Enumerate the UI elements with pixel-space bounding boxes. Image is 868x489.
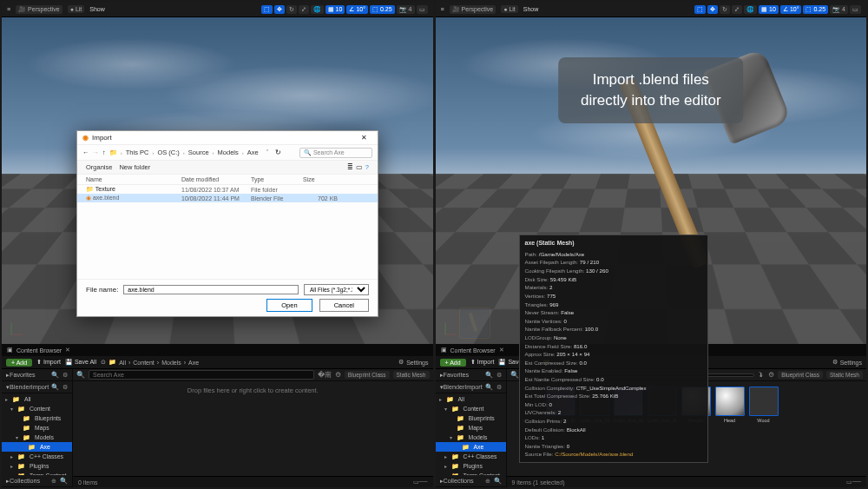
project-header[interactable]: ▾ BlenderImport🔍⚙ — [2, 381, 72, 393]
filter-icon[interactable]: ⚙ — [62, 383, 68, 391]
filter-icon[interactable]: ⚙ — [62, 371, 68, 379]
add-button[interactable]: + Add — [6, 359, 32, 367]
favorites-header[interactable]: ▸ Favorites🔍⚙ — [436, 369, 506, 381]
settings-icon[interactable]: ⚙ — [768, 371, 774, 379]
search-icon[interactable]: 🔍 — [51, 383, 59, 391]
tree-item-plugins[interactable]: ▸📁Plugins — [2, 461, 72, 471]
collections-header[interactable]: ▸ Collections⊕🔍 — [436, 475, 506, 487]
search-icon[interactable]: 🔍 — [485, 371, 493, 379]
project-header[interactable]: ▾ BlenderImport🔍⚙ — [436, 381, 506, 393]
hamburger-icon[interactable]: ≡ — [441, 6, 444, 12]
file-type-filter[interactable]: All Files (*.3g2;*.3gp;*.3gp2;*.3gpp;*.b — [304, 284, 369, 295]
rotate-button[interactable]: ↻ — [720, 5, 730, 14]
save-all-button[interactable]: 💾 Save All — [65, 359, 96, 366]
snap-grid-button[interactable]: ▦ 10 — [326, 5, 345, 14]
tree-item-content[interactable]: ▾📁Content — [436, 404, 506, 413]
filter-chip[interactable]: Blueprint Class — [778, 371, 823, 379]
close-icon[interactable]: ✕ — [356, 134, 372, 142]
maximize-icon[interactable]: ▭ — [417, 5, 428, 14]
select-mode-button[interactable]: ⬚ — [694, 5, 706, 14]
tree-item-all[interactable]: ▸📁All — [436, 394, 506, 404]
filter-icon[interactable]: ⚙ — [496, 371, 502, 379]
tree-item-maps[interactable]: 📁Maps — [2, 423, 72, 433]
viewport-3d[interactable]: ◉ Import ✕ ← → ↑ 📁 ›This PC ›OS (C:) ›So… — [2, 17, 433, 344]
file-row[interactable]: 📁 Texture11/08/2022 10:37 AMFile folder — [77, 185, 378, 194]
forward-icon[interactable]: → — [93, 149, 100, 156]
breadcrumb[interactable]: Models — [218, 149, 239, 156]
file-name-input[interactable] — [123, 285, 299, 294]
filter-chip[interactable]: Static Mesh — [393, 371, 430, 379]
history-icon[interactable]: ⊙ — [101, 359, 106, 366]
scale-button[interactable]: ⤢ — [299, 5, 309, 14]
add-button[interactable]: + Add — [440, 359, 466, 367]
back-icon[interactable]: ← — [82, 149, 89, 156]
lit-dropdown[interactable]: ● Lit — [501, 5, 518, 13]
file-row[interactable]: ◉ axe.blend10/08/2022 11:44 PMBlender Fi… — [77, 194, 378, 202]
view-mode-icon[interactable]: ≣ — [347, 163, 353, 171]
filter-icon[interactable]: ⮯ — [758, 371, 765, 379]
import-button[interactable]: ⬆ Import — [470, 359, 495, 366]
tree-item-axe[interactable]: 📁Axe — [2, 442, 72, 452]
maximize-icon[interactable]: ▭ — [850, 5, 861, 14]
dialog-search-input[interactable]: 🔍 Search Axe — [299, 148, 372, 158]
details-pane-icon[interactable]: ▭ — [356, 163, 363, 171]
filter-chip[interactable]: Blueprint Class — [345, 371, 390, 379]
up-icon[interactable]: ↑ — [102, 149, 106, 156]
close-tab-icon[interactable]: ✕ — [499, 347, 504, 354]
close-tab-icon[interactable]: ✕ — [65, 347, 70, 354]
hamburger-icon[interactable]: ≡ — [7, 6, 10, 12]
settings-icon[interactable]: ⚙ — [335, 371, 341, 379]
snap-scale-button[interactable]: ⬚ 0.25 — [370, 5, 395, 14]
settings-button[interactable]: ⚙ Settings — [832, 359, 862, 366]
tree-item-cclasses[interactable]: ▸📁C++ Classes — [436, 452, 506, 461]
breadcrumb[interactable]: This PC — [126, 149, 149, 156]
snap-angle-button[interactable]: ∠ 10° — [780, 5, 802, 14]
content-browser-tab[interactable]: ▣ Content Browser ✕ — [2, 344, 433, 356]
tree-item-axe[interactable]: 📁Axe — [436, 442, 506, 452]
translate-button[interactable]: ✥ — [274, 5, 285, 14]
slider-icon[interactable]: ▭── — [413, 479, 428, 486]
lit-dropdown[interactable]: ● Lit — [68, 5, 85, 13]
search-icon[interactable]: 🔍 — [494, 477, 502, 485]
help-icon[interactable]: ? — [365, 163, 369, 171]
breadcrumb[interactable]: Source — [188, 149, 209, 156]
search-icon[interactable]: 🔍 — [51, 371, 59, 379]
show-dropdown[interactable]: Show — [89, 6, 105, 12]
refresh-icon[interactable]: ↻ — [275, 149, 281, 156]
tree-item-content[interactable]: ▾📁Content — [2, 404, 72, 413]
asset-thumbnail[interactable]: Wood — [749, 387, 779, 423]
add-icon[interactable]: ⊕ — [485, 477, 490, 485]
new-folder-button[interactable]: New folder — [119, 163, 150, 171]
show-dropdown[interactable]: Show — [523, 6, 539, 12]
cancel-button[interactable]: Cancel — [319, 299, 369, 312]
filter-icon[interactable]: ⚙ — [496, 383, 502, 391]
asset-search-input[interactable] — [89, 370, 314, 380]
tree-item-blueprints[interactable]: 📁Blueprints — [436, 413, 506, 423]
breadcrumb[interactable]: Axe — [247, 149, 259, 156]
open-button[interactable]: Open — [266, 299, 312, 312]
collections-header[interactable]: ▸ Collections⊕🔍 — [2, 475, 72, 487]
tree-item-cclasses[interactable]: ▸📁C++ Classes — [2, 452, 72, 461]
camera-speed-button[interactable]: 📷 4 — [830, 5, 848, 14]
tree-item-plugins[interactable]: ▸📁Plugins — [436, 461, 506, 471]
slider-icon[interactable]: ▭── — [846, 479, 861, 486]
import-button[interactable]: ⬆ Import — [36, 359, 61, 366]
snap-scale-button[interactable]: ⬚ 0.25 — [803, 5, 828, 14]
tree-item-blueprints[interactable]: 📁Blueprints — [2, 413, 72, 423]
tree-item-models[interactable]: ▾📁Models — [2, 433, 72, 442]
tree-item-models[interactable]: ▾📁Models — [436, 433, 506, 442]
asset-thumbnail[interactable]: Head — [715, 387, 745, 423]
translate-button[interactable]: ✥ — [707, 5, 718, 14]
file-list[interactable]: 📁 Texture11/08/2022 10:37 AMFile folder … — [77, 185, 378, 279]
camera-speed-button[interactable]: 📷 4 — [397, 5, 415, 14]
select-mode-button[interactable]: ⬚ — [261, 5, 273, 14]
add-icon[interactable]: ⊕ — [51, 477, 56, 485]
rotate-button[interactable]: ↻ — [286, 5, 297, 14]
globe-button[interactable]: 🌐 — [744, 5, 757, 14]
file-list-header[interactable]: NameDate modifiedTypeSize — [77, 175, 378, 185]
tree-item-all[interactable]: ▸📁All — [2, 394, 72, 404]
filter-chip[interactable]: Static Mesh — [826, 371, 863, 379]
tree-item-maps[interactable]: 📁Maps — [436, 423, 506, 433]
snap-grid-button[interactable]: ▦ 10 — [759, 5, 779, 14]
search-icon[interactable]: 🔍 — [485, 383, 493, 391]
